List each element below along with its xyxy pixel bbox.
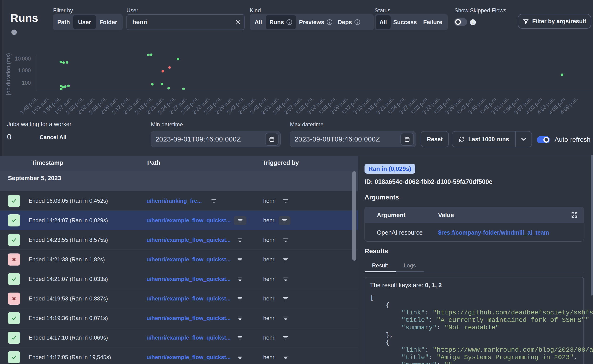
svg-text:100: 100 [22, 80, 31, 86]
svg-text:10 000: 10 000 [15, 56, 31, 62]
svg-text:job duration (ms): job duration (ms) [5, 53, 11, 95]
svg-text:1 000: 1 000 [18, 67, 31, 73]
